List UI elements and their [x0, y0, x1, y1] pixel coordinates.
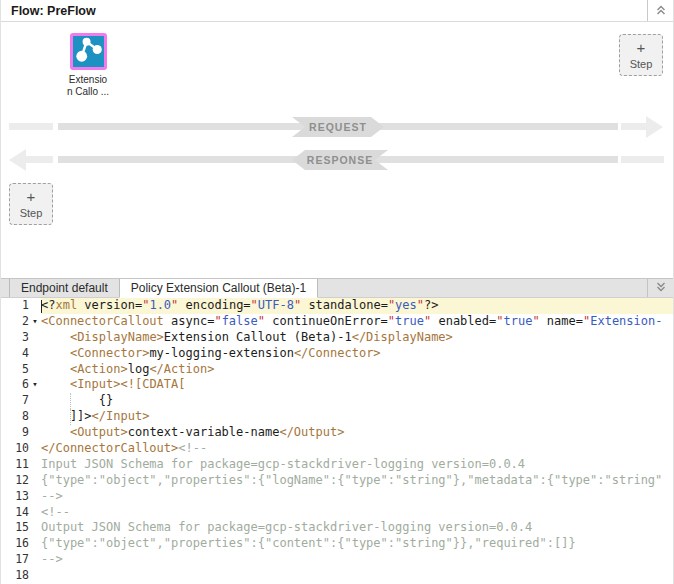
- code-line[interactable]: 15Output JSON Schema for package=gcp-sta…: [1, 520, 673, 536]
- code-line[interactable]: 4 <Connector>my-logging-extension</Conne…: [1, 346, 673, 362]
- fold-column: [29, 552, 41, 568]
- line-number: 4: [1, 346, 29, 362]
- add-step-button-request[interactable]: + Step: [619, 34, 663, 76]
- code-line[interactable]: 3 <DisplayName>Extension Callout (Beta)-…: [1, 330, 673, 346]
- fold-marker-icon[interactable]: ▾: [29, 377, 41, 393]
- line-number: 7: [1, 393, 29, 409]
- tab-endpoint-default[interactable]: Endpoint default: [9, 279, 119, 297]
- policy-step[interactable]: Extensio n Callo ...: [57, 33, 119, 98]
- code-line[interactable]: 10</ConnectorCallout><!--: [1, 441, 673, 457]
- line-number: 17: [1, 552, 29, 568]
- flow-canvas: Extensio n Callo ... + Step REQUEST RESP…: [1, 22, 673, 278]
- editor-tab-bar: Endpoint defaultPolicy Extension Callout…: [1, 278, 673, 298]
- fold-column: [29, 489, 41, 505]
- code-line[interactable]: 1<?xml version="1.0" encoding="UTF-8" st…: [1, 298, 673, 314]
- line-number: 14: [1, 505, 29, 521]
- fold-column: [29, 298, 41, 314]
- line-number: 8: [1, 409, 29, 425]
- line-number: 18: [1, 568, 29, 584]
- fold-column: [29, 505, 41, 521]
- fold-column: [29, 362, 41, 378]
- fold-column: [29, 330, 41, 346]
- line-number: 16: [1, 536, 29, 552]
- line-number: 2: [1, 314, 29, 330]
- code-text[interactable]: ]]></Input>: [41, 409, 673, 425]
- request-bar-stub-left: [9, 123, 53, 130]
- code-editor[interactable]: 1<?xml version="1.0" encoding="UTF-8" st…: [1, 298, 673, 584]
- response-bar-stub-right: [621, 156, 664, 163]
- plus-icon: +: [637, 41, 646, 55]
- code-text[interactable]: <DisplayName>Extension Callout (Beta)-1<…: [41, 330, 673, 346]
- line-number: 11: [1, 457, 29, 473]
- code-line[interactable]: 2▾<ConnectorCallout async="false" contin…: [1, 314, 673, 330]
- chevron-down-double-icon: [655, 279, 667, 297]
- response-badge: RESPONSE: [292, 150, 388, 170]
- request-bar-stub-right: [621, 123, 648, 130]
- fold-column: [29, 441, 41, 457]
- fold-column: [29, 393, 41, 409]
- fold-marker-icon[interactable]: ▾: [29, 314, 41, 330]
- collapse-editor-button[interactable]: [647, 279, 673, 297]
- line-number: 1: [1, 298, 29, 314]
- line-number: 3: [1, 330, 29, 346]
- fold-column: [29, 536, 41, 552]
- fold-column: [29, 457, 41, 473]
- fold-column: [29, 568, 41, 584]
- code-text[interactable]: -->: [41, 552, 673, 568]
- code-line[interactable]: 17-->: [1, 552, 673, 568]
- tab-policy-extension-callout-beta-1[interactable]: Policy Extension Callout (Beta)-1: [119, 279, 318, 298]
- code-line[interactable]: 8 ]]></Input>: [1, 409, 673, 425]
- code-line[interactable]: 18: [1, 568, 673, 584]
- code-line[interactable]: 6▾ <Input><![CDATA[: [1, 377, 673, 393]
- code-text[interactable]: [41, 568, 673, 584]
- response-bar-stub-left: [24, 156, 53, 163]
- code-line[interactable]: 12{"type":"object","properties":{"logNam…: [1, 473, 673, 489]
- policy-label: Extensio n Callo ...: [57, 74, 119, 98]
- collapse-flow-button[interactable]: [647, 0, 673, 21]
- code-line[interactable]: 13-->: [1, 489, 673, 505]
- line-number: 13: [1, 489, 29, 505]
- code-text[interactable]: </ConnectorCallout><!--: [41, 441, 673, 457]
- flow-title: Flow: PreFlow: [1, 4, 647, 18]
- text-cursor: [41, 300, 42, 313]
- code-text[interactable]: {"type":"object","properties":{"logName"…: [41, 473, 673, 489]
- code-text[interactable]: -->: [41, 489, 673, 505]
- fold-column: [29, 473, 41, 489]
- fold-column: [29, 409, 41, 425]
- code-line[interactable]: 5 <Action>log</Action>: [1, 362, 673, 378]
- code-line[interactable]: 9 <Output>context-variable-name</Output>: [1, 425, 673, 441]
- flow-header: Flow: PreFlow: [1, 0, 673, 22]
- code-text[interactable]: Input JSON Schema for package=gcp-stackd…: [41, 457, 673, 473]
- code-text[interactable]: <Input><![CDATA[: [41, 377, 673, 393]
- code-text[interactable]: {"type":"object","properties":{"content"…: [41, 536, 673, 552]
- request-badge: REQUEST: [292, 117, 384, 137]
- code-line[interactable]: 16{"type":"object","properties":{"conten…: [1, 536, 673, 552]
- code-text[interactable]: <Action>log</Action>: [41, 362, 673, 378]
- code-text[interactable]: <ConnectorCallout async="false" continue…: [41, 314, 673, 330]
- flow-editor-window: Flow: PreFlow: [0, 0, 674, 584]
- add-step-button-response[interactable]: + Step: [9, 183, 53, 225]
- fold-column: [29, 520, 41, 536]
- policy-icon[interactable]: [70, 33, 107, 70]
- code-line[interactable]: 14<!--: [1, 505, 673, 521]
- code-line[interactable]: 11Input JSON Schema for package=gcp-stac…: [1, 457, 673, 473]
- line-number: 5: [1, 362, 29, 378]
- fold-column: [29, 346, 41, 362]
- plus-icon: +: [27, 190, 36, 204]
- fold-column: [29, 425, 41, 441]
- tab-list: Endpoint defaultPolicy Extension Callout…: [9, 279, 318, 297]
- line-number: 15: [1, 520, 29, 536]
- line-number: 9: [1, 425, 29, 441]
- tab-spacer: [318, 279, 647, 297]
- code-text[interactable]: <Output>context-variable-name</Output>: [41, 425, 673, 441]
- code-text[interactable]: <Connector>my-logging-extension</Connect…: [41, 346, 673, 362]
- line-number: 10: [1, 441, 29, 457]
- code-text[interactable]: Output JSON Schema for package=gcp-stack…: [41, 520, 673, 536]
- chevron-up-double-icon: [655, 2, 667, 20]
- code-line[interactable]: 7 {}: [1, 393, 673, 409]
- line-number: 12: [1, 473, 29, 489]
- code-text[interactable]: {}: [41, 393, 673, 409]
- code-text[interactable]: <?xml version="1.0" encoding="UTF-8" sta…: [41, 298, 673, 314]
- line-number: 6: [1, 377, 29, 393]
- code-text[interactable]: <!--: [41, 505, 673, 521]
